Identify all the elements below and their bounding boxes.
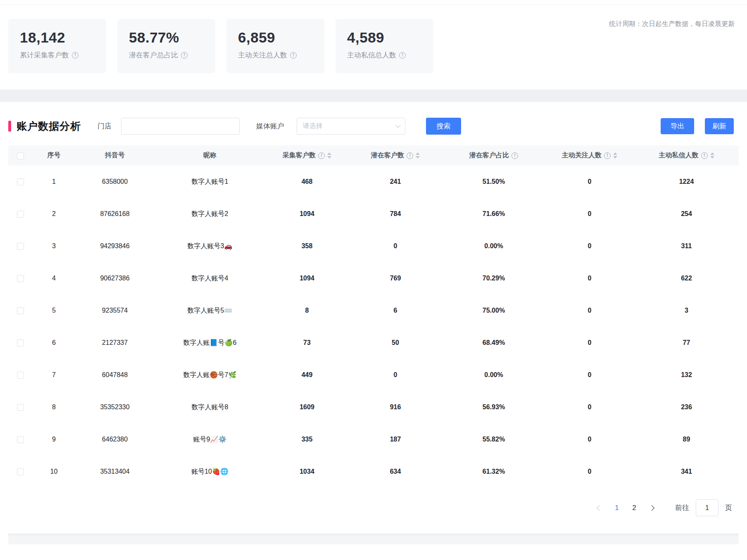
select-placeholder: 请选择: [303, 122, 323, 131]
prev-page-button[interactable]: [591, 506, 608, 510]
sort-carets[interactable]: [416, 152, 420, 159]
sort-desc-icon[interactable]: [327, 156, 331, 159]
sort-asc-icon[interactable]: [613, 152, 617, 155]
row-checkbox[interactable]: [17, 275, 24, 282]
col-header-index: 序号: [32, 145, 76, 166]
row-checkbox[interactable]: [17, 178, 24, 185]
page-button-2[interactable]: 2: [626, 504, 643, 512]
info-icon[interactable]: !: [181, 52, 188, 59]
row-potential: 784: [348, 198, 442, 230]
info-icon[interactable]: !: [318, 152, 325, 159]
row-potential: 50: [348, 327, 442, 359]
row-collected: 1609: [266, 391, 348, 423]
sort-asc-icon[interactable]: [416, 152, 420, 155]
select-all-checkbox[interactable]: [17, 152, 24, 159]
stat-label: 潜在客户总占比 !: [129, 50, 204, 60]
row-potential-ratio: 56.93%: [442, 391, 545, 423]
page-button-1[interactable]: 1: [608, 504, 626, 512]
goto-page-label: 前往: [675, 503, 689, 513]
row-nickname: 数字人账号8: [154, 391, 266, 423]
media-account-select[interactable]: 请选择: [297, 118, 405, 135]
sort-desc-icon[interactable]: [710, 156, 714, 159]
row-checkbox[interactable]: [17, 468, 24, 475]
table-row: 10 35313404 账号10🍓🌐 1034 634 61.32% 0 341: [8, 456, 739, 488]
row-douyin-id: 6462380: [76, 423, 154, 456]
row-follows: 0: [545, 198, 634, 230]
info-icon[interactable]: !: [407, 152, 413, 159]
row-douyin-id: 9235574: [76, 294, 154, 327]
sort-carets[interactable]: [613, 152, 617, 159]
row-checkbox[interactable]: [17, 339, 24, 346]
title-accent-bar: [8, 121, 11, 132]
row-follows: 0: [545, 391, 634, 423]
row-messages: 3: [634, 294, 739, 327]
row-nickname: 账号9📈⚙️: [154, 423, 266, 456]
section-divider: [0, 90, 747, 102]
col-header-collected[interactable]: 采集客户数 !: [266, 145, 348, 166]
goto-page-input[interactable]: [696, 499, 718, 516]
next-page-button[interactable]: [643, 506, 660, 510]
row-douyin-id: 94293846: [76, 230, 154, 262]
row-select-cell: [8, 391, 32, 423]
table-row: 9 6462380 账号9📈⚙️ 335 187 55.82% 0 89: [8, 423, 739, 456]
col-header-messages[interactable]: 主动私信人数 !: [634, 145, 739, 166]
info-icon[interactable]: !: [511, 152, 518, 159]
row-nickname: 数字人账号5⌨️: [154, 294, 266, 327]
sort-carets[interactable]: [327, 152, 331, 159]
sort-asc-icon[interactable]: [710, 152, 714, 155]
row-messages: 311: [634, 230, 739, 262]
row-collected: 1094: [266, 198, 348, 230]
stat-card-collected-total: 18,142 累计采集客户数 !: [8, 19, 106, 73]
row-checkbox[interactable]: [17, 436, 24, 443]
table-row: 2 87626168 数字人账号2 1094 784 71.66% 0 254: [8, 198, 739, 230]
row-checkbox[interactable]: [17, 404, 24, 411]
media-account-filter-label: 媒体账户: [256, 121, 284, 131]
chevron-left-icon: [597, 505, 602, 510]
stat-card-potential-ratio: 58.77% 潜在客户总占比 !: [117, 19, 215, 73]
info-icon[interactable]: !: [399, 52, 406, 59]
row-messages: 622: [634, 262, 739, 294]
info-icon[interactable]: !: [604, 152, 611, 159]
sort-desc-icon[interactable]: [613, 156, 617, 159]
chevron-right-icon: [649, 505, 654, 510]
row-potential-ratio: 71.66%: [442, 198, 545, 230]
row-follows: 0: [545, 294, 634, 327]
row-messages: 77: [634, 327, 739, 359]
sort-desc-icon[interactable]: [416, 156, 420, 159]
col-header-follows[interactable]: 主动关注人数 !: [545, 145, 634, 166]
row-select-cell: [8, 327, 32, 359]
stats-section: 统计周期：次日起生产数据，每日凌晨更新 18,142 累计采集客户数 ! 58.…: [0, 5, 747, 90]
stat-card-follow-total: 6,859 主动关注总人数 !: [226, 19, 324, 73]
row-checkbox[interactable]: [17, 372, 24, 379]
row-potential-ratio: 75.00%: [442, 294, 545, 327]
sort-asc-icon[interactable]: [327, 152, 331, 155]
row-checkbox[interactable]: [17, 211, 24, 218]
row-potential-ratio: 51.50%: [442, 166, 545, 198]
col-header-select: [8, 145, 32, 166]
stat-card-message-total: 4,589 主动私信总人数 !: [335, 19, 433, 73]
refresh-button[interactable]: 刷新: [705, 118, 734, 134]
section-header: 账户数据分析 门店 媒体账户 请选择 搜索 导出 刷新: [8, 118, 739, 135]
info-icon[interactable]: !: [701, 152, 708, 159]
sort-carets[interactable]: [710, 152, 714, 159]
export-button[interactable]: 导出: [661, 118, 694, 134]
search-button[interactable]: 搜索: [426, 118, 461, 135]
table-row: 5 9235574 数字人账号5⌨️ 8 6 75.00% 0 3: [8, 294, 739, 327]
stats-period-note: 统计周期：次日起生产数据，每日凌晨更新: [609, 20, 735, 28]
stat-value: 58.77%: [129, 29, 204, 46]
store-input[interactable]: [121, 118, 240, 135]
table-row: 8 35352330 数字人账号8 1609 916 56.93% 0 236: [8, 391, 739, 423]
row-nickname: 数字人账号4: [154, 262, 266, 294]
row-index: 1: [32, 166, 76, 198]
row-potential: 0: [348, 359, 442, 391]
col-header-potential[interactable]: 潜在客户数 !: [348, 145, 442, 166]
stat-label: 主动关注总人数 !: [238, 50, 313, 60]
row-index: 9: [32, 423, 76, 456]
info-icon[interactable]: !: [290, 52, 297, 59]
row-checkbox[interactable]: [17, 243, 24, 250]
row-collected: 1034: [266, 456, 348, 488]
info-icon[interactable]: !: [72, 52, 79, 59]
row-checkbox[interactable]: [17, 307, 24, 314]
row-index: 7: [32, 359, 76, 391]
row-follows: 0: [545, 230, 634, 262]
